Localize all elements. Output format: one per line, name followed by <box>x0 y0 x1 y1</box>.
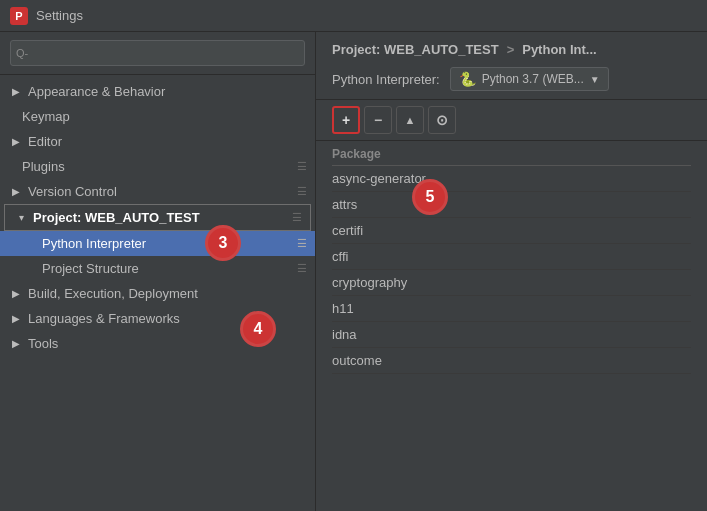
search-box: Q- <box>0 32 315 75</box>
table-row[interactable]: h11 <box>332 296 691 322</box>
arrow-icon: ▶ <box>10 136 22 147</box>
sidebar-item-version-control[interactable]: ▶ Version Control ☰ <box>0 179 315 204</box>
up-button[interactable]: ▲ <box>396 106 424 134</box>
table-row[interactable]: outcome <box>332 348 691 374</box>
arrow-icon: ▶ <box>10 313 22 324</box>
arrow-icon: ▾ <box>15 212 27 223</box>
app-icon: P <box>10 7 28 25</box>
table-row[interactable]: async-generator <box>332 166 691 192</box>
package-name: certifi <box>332 223 452 238</box>
eye-button[interactable]: ⊙ <box>428 106 456 134</box>
package-name: cffi <box>332 249 452 264</box>
sidebar-item-keymap[interactable]: Keymap <box>0 104 315 129</box>
window-title: Settings <box>36 8 83 23</box>
badge-3: 3 <box>205 225 241 261</box>
col-package: Package <box>332 147 452 161</box>
title-bar: P Settings <box>0 0 707 32</box>
table-row[interactable]: certifi <box>332 218 691 244</box>
interpreter-row: Python Interpreter: 🐍 Python 3.7 (WEB...… <box>332 67 691 91</box>
package-name: idna <box>332 327 452 342</box>
page-icon: ☰ <box>297 160 307 173</box>
breadcrumb-separator: > <box>507 42 515 57</box>
table-row[interactable]: idna <box>332 322 691 348</box>
table-row[interactable]: cffi <box>332 244 691 270</box>
sidebar-item-project[interactable]: ▾ Project: WEB_AUTO_TEST ☰ <box>4 204 311 231</box>
sidebar-item-editor[interactable]: ▶ Editor <box>0 129 315 154</box>
page-icon: ☰ <box>297 262 307 275</box>
page-icon: ☰ <box>297 185 307 198</box>
sidebar-item-project-structure[interactable]: Project Structure ☰ <box>0 256 315 281</box>
right-panel: Project: WEB_AUTO_TEST > Python Int... P… <box>316 32 707 511</box>
sidebar: Q- ▶ Appearance & Behavior Keymap ▶ Edit… <box>0 32 316 511</box>
page-icon: ☰ <box>297 237 307 250</box>
col-version <box>452 147 572 161</box>
arrow-icon: ▶ <box>10 186 22 197</box>
add-package-button[interactable]: + <box>332 106 360 134</box>
breadcrumb-project: Project: WEB_AUTO_TEST <box>332 42 499 57</box>
interpreter-dropdown[interactable]: 🐍 Python 3.7 (WEB... ▼ <box>450 67 609 91</box>
main-layout: 3 4 5 Q- ▶ Appearance & Behavior Keymap <box>0 32 707 511</box>
sidebar-item-plugins[interactable]: Plugins ☰ <box>0 154 315 179</box>
sidebar-item-python-interpreter[interactable]: Python Interpreter ☰ <box>0 231 315 256</box>
toolbar: + − ▲ ⊙ <box>316 100 707 141</box>
package-name: outcome <box>332 353 452 368</box>
table-header: Package <box>332 141 691 166</box>
badge-4: 4 <box>240 311 276 347</box>
nav-list: ▶ Appearance & Behavior Keymap ▶ Editor … <box>0 75 315 511</box>
table-row[interactable]: cryptography <box>332 270 691 296</box>
interpreter-value: Python 3.7 (WEB... <box>482 72 584 86</box>
svg-text:P: P <box>15 10 22 22</box>
search-input[interactable] <box>10 40 305 66</box>
sidebar-item-appearance[interactable]: ▶ Appearance & Behavior <box>0 79 315 104</box>
remove-package-button[interactable]: − <box>364 106 392 134</box>
package-name: cryptography <box>332 275 452 290</box>
page-icon: ☰ <box>292 211 302 224</box>
breadcrumb: Project: WEB_AUTO_TEST > Python Int... <box>332 42 691 57</box>
panel-header: Project: WEB_AUTO_TEST > Python Int... P… <box>316 32 707 100</box>
sidebar-item-build[interactable]: ▶ Build, Execution, Deployment <box>0 281 315 306</box>
package-table: Package async-generator attrs certifi cf… <box>316 141 707 511</box>
search-icon: Q- <box>16 47 28 59</box>
arrow-icon: ▶ <box>10 338 22 349</box>
interpreter-label: Python Interpreter: <box>332 72 440 87</box>
python-icon: 🐍 <box>459 71 476 87</box>
col-latest <box>571 147 691 161</box>
arrow-icon: ▶ <box>10 288 22 299</box>
dropdown-arrow: ▼ <box>590 74 600 85</box>
badge-5: 5 <box>412 179 448 215</box>
breadcrumb-page: Python Int... <box>522 42 596 57</box>
table-row[interactable]: attrs <box>332 192 691 218</box>
package-name: h11 <box>332 301 452 316</box>
arrow-icon: ▶ <box>10 86 22 97</box>
